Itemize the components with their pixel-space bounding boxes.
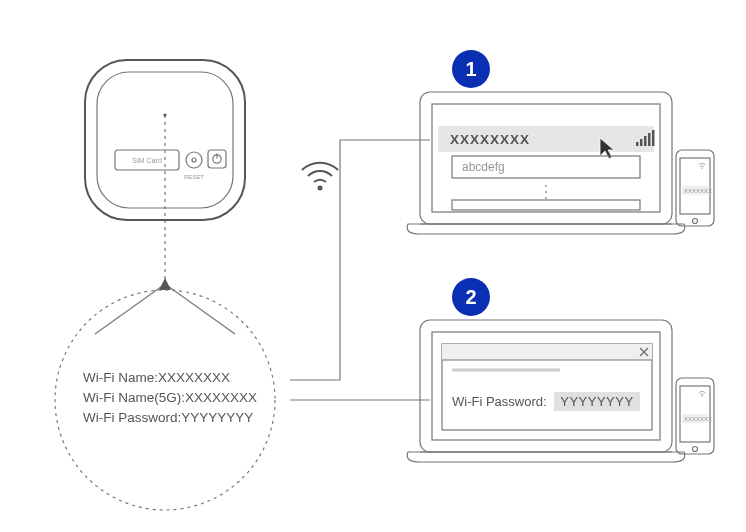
step1-phone-text: XXXXXXX (684, 188, 712, 194)
svg-point-20 (545, 185, 547, 187)
diagram-stage: 1 2 SIM Card RESET (0, 0, 746, 532)
svg-point-4 (186, 152, 202, 168)
step1-badge: 1 (452, 50, 490, 88)
phone1-wifi-icon (699, 164, 706, 169)
step1-phone: XXXXXXX (676, 150, 714, 226)
connector-to-step1 (290, 140, 430, 380)
svg-point-21 (545, 191, 547, 193)
svg-point-26 (693, 219, 698, 224)
label-line2: Wi-Fi Name(5G):XXXXXXXX (83, 390, 257, 405)
step2-badge: 2 (452, 278, 490, 316)
step2-phone-text: XXXXXXX (684, 416, 712, 422)
wifi-icon (302, 163, 338, 191)
step1-laptop: XXXXXXXX abcdefg (407, 92, 685, 234)
svg-rect-6 (208, 150, 226, 168)
power-button (208, 150, 226, 168)
svg-point-28 (701, 168, 702, 169)
password-prompt: Wi-Fi Password: YYYYYYYY (452, 392, 640, 411)
sim-label: SIM Card (132, 157, 162, 164)
callout-v-right (165, 284, 235, 334)
label-line1-val: XXXXXXXX (158, 370, 230, 385)
svg-rect-12 (432, 104, 660, 212)
svg-point-42 (701, 396, 702, 397)
svg-rect-15 (640, 139, 643, 146)
svg-rect-29 (420, 320, 672, 452)
svg-point-5 (192, 158, 196, 162)
sim-slot: SIM Card (115, 150, 179, 170)
step2-phone: XXXXXXX (676, 378, 714, 454)
svg-point-40 (693, 447, 698, 452)
label-line2-key: Wi-Fi Name(5G): (83, 390, 185, 405)
password-prompt-value: YYYYYYYY (554, 392, 639, 411)
svg-rect-0 (85, 60, 245, 220)
svg-point-22 (545, 197, 547, 199)
callout-v-left (95, 284, 165, 334)
label-line1-key: Wi-Fi Name: (83, 370, 158, 385)
svg-rect-18 (652, 130, 655, 146)
callout-arrowhead (159, 278, 171, 290)
svg-rect-16 (644, 136, 647, 146)
svg-rect-17 (648, 133, 651, 146)
label-line3: Wi-Fi Password:YYYYYYYY (83, 410, 253, 425)
svg-rect-33 (442, 344, 652, 360)
router-device: SIM Card RESET (85, 60, 245, 220)
svg-point-2 (163, 113, 166, 116)
svg-point-9 (318, 186, 323, 191)
password-prompt-label: Wi-Fi Password: (452, 394, 547, 409)
label-line1: Wi-Fi Name:XXXXXXXX (83, 370, 230, 385)
reset-button: RESET (184, 152, 204, 180)
label-line2-val: XXXXXXXX (185, 390, 257, 405)
svg-rect-14 (636, 142, 639, 146)
label-line3-key: Wi-Fi Password: (83, 410, 181, 425)
phone2-wifi-icon (699, 392, 706, 397)
svg-rect-11 (420, 92, 672, 224)
label-line3-val: YYYYYYYY (181, 410, 253, 425)
svg-rect-23 (452, 200, 640, 210)
reset-label: RESET (184, 174, 204, 180)
ssid-other-text: abcdefg (462, 160, 505, 174)
ssid-selected-text: XXXXXXXX (450, 132, 530, 147)
step2-laptop (407, 320, 685, 462)
